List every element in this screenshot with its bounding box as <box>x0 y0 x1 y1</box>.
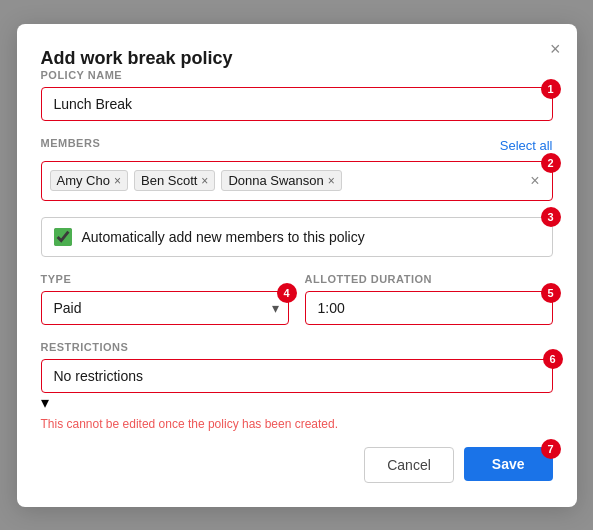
restrictions-group: RESTRICTIONS No restrictions Custom ▾ 6 … <box>41 341 553 431</box>
allotted-duration-input[interactable] <box>305 291 553 325</box>
allotted-duration-group: ALLOTTED DURATION 5 <box>305 273 553 325</box>
tag-donna-swanson-label: Donna Swanson <box>228 173 323 188</box>
step-badge-3: 3 <box>541 207 561 227</box>
type-label: TYPE <box>41 273 289 285</box>
policy-name-input[interactable] <box>41 87 553 121</box>
tag-amy-cho-remove[interactable]: × <box>114 175 121 187</box>
members-label: MEMBERS <box>41 137 101 149</box>
type-duration-row: TYPE Paid Unpaid ▾ 4 ALLOTTED DURATION 5 <box>41 273 553 325</box>
auto-add-row: Automatically add new members to this po… <box>41 217 553 257</box>
type-group: TYPE Paid Unpaid ▾ 4 <box>41 273 289 325</box>
tag-amy-cho-label: Amy Cho <box>57 173 110 188</box>
modal-overlay: Add work break policy × POLICY NAME 1 ME… <box>0 0 593 530</box>
type-select[interactable]: Paid Unpaid <box>41 291 289 325</box>
allotted-duration-wrapper: 5 <box>305 291 553 325</box>
modal-title: Add work break policy <box>41 48 233 68</box>
tag-donna-swanson-remove[interactable]: × <box>328 175 335 187</box>
members-group: MEMBERS Select all Amy Cho × Ben Scott ×… <box>41 137 553 201</box>
tag-ben-scott: Ben Scott × <box>134 170 215 191</box>
step-badge-2: 2 <box>541 153 561 173</box>
restrictions-select[interactable]: No restrictions Custom <box>41 359 553 393</box>
policy-name-label: POLICY NAME <box>41 69 553 81</box>
close-button[interactable]: × <box>550 40 561 58</box>
tag-ben-scott-label: Ben Scott <box>141 173 197 188</box>
select-all-link[interactable]: Select all <box>500 138 553 153</box>
members-header: MEMBERS Select all <box>41 137 553 155</box>
type-select-wrapper: Paid Unpaid ▾ 4 <box>41 291 289 325</box>
members-input-area[interactable]: Amy Cho × Ben Scott × Donna Swanson × × <box>41 161 553 201</box>
modal-dialog: Add work break policy × POLICY NAME 1 ME… <box>17 24 577 507</box>
auto-add-label: Automatically add new members to this po… <box>82 229 365 245</box>
tag-amy-cho: Amy Cho × <box>50 170 128 191</box>
tag-donna-swanson: Donna Swanson × <box>221 170 341 191</box>
restrictions-label: RESTRICTIONS <box>41 341 553 353</box>
restrictions-chevron-icon: ▾ <box>41 394 49 411</box>
restrictions-select-wrapper: No restrictions Custom ▾ 6 <box>41 359 553 412</box>
modal-footer: Cancel Save 7 <box>41 447 553 483</box>
auto-add-checkbox[interactable] <box>54 228 72 246</box>
step-badge-4: 4 <box>277 283 297 303</box>
members-clear-button[interactable]: × <box>526 172 543 190</box>
step-badge-5: 5 <box>541 283 561 303</box>
step-badge-7: 7 <box>541 439 561 459</box>
step-badge-1: 1 <box>541 79 561 99</box>
allotted-duration-label: ALLOTTED DURATION <box>305 273 553 285</box>
save-button-wrapper: Save 7 <box>464 447 553 483</box>
save-button[interactable]: Save <box>464 447 553 481</box>
restrictions-hint: This cannot be edited once the policy ha… <box>41 417 553 431</box>
policy-name-group: POLICY NAME 1 <box>41 69 553 121</box>
cancel-button[interactable]: Cancel <box>364 447 454 483</box>
tag-ben-scott-remove[interactable]: × <box>201 175 208 187</box>
auto-add-wrapper: Automatically add new members to this po… <box>41 217 553 257</box>
step-badge-6: 6 <box>543 349 563 369</box>
